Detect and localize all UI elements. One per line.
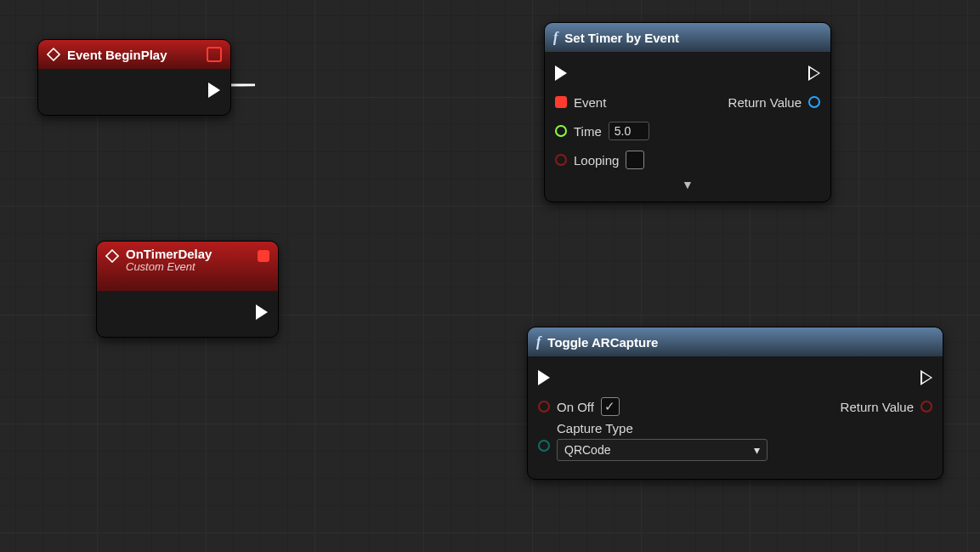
pin-label-time: Time <box>574 124 602 139</box>
node-title: Event BeginPlay <box>67 48 167 62</box>
return-value-pin[interactable] <box>921 401 932 413</box>
node-ontimerdelay[interactable]: OnTimerDelay Custom Event <box>96 241 279 338</box>
capturetype-value: QRCode <box>564 443 610 457</box>
node-set-timer-by-event[interactable]: f Set Timer by Event Event Return Value … <box>544 22 831 202</box>
expand-toggle[interactable]: ▼ <box>555 174 820 191</box>
node-title: Set Timer by Event <box>564 31 679 45</box>
node-event-beginplay[interactable]: Event BeginPlay <box>37 39 231 116</box>
event-in-pin[interactable] <box>555 96 567 108</box>
exec-in-pin[interactable] <box>538 370 550 385</box>
node-header[interactable]: OnTimerDelay Custom Event <box>97 242 278 291</box>
onoff-in-pin[interactable] <box>538 401 550 413</box>
node-title: Toggle ARCapture <box>547 335 658 350</box>
node-subtitle: Custom Event <box>126 261 212 274</box>
capturetype-in-pin[interactable] <box>538 440 550 452</box>
delegate-out-pin[interactable] <box>207 47 222 62</box>
exec-out-pin[interactable] <box>808 65 820 81</box>
node-toggle-arcapture[interactable]: f Toggle ARCapture On Off ✓ Return Value… <box>527 327 943 480</box>
function-icon: f <box>536 334 541 350</box>
pin-label-return: Return Value <box>728 95 802 110</box>
node-header[interactable]: f Toggle ARCapture <box>528 327 943 356</box>
looping-in-pin[interactable] <box>555 154 567 166</box>
pin-label-return: Return Value <box>841 400 914 414</box>
function-icon: f <box>553 30 558 45</box>
pin-label-capturetype: Capture Type <box>557 421 768 435</box>
capturetype-select[interactable]: QRCode ▾ <box>557 439 768 461</box>
chevron-down-icon: ▾ <box>754 443 760 457</box>
node-header[interactable]: f Set Timer by Event <box>545 23 830 52</box>
exec-in-pin[interactable] <box>555 65 567 81</box>
exec-out-pin[interactable] <box>208 83 220 98</box>
pin-label-looping: Looping <box>574 153 619 168</box>
pin-label-event: Event <box>574 95 606 110</box>
exec-out-pin[interactable] <box>921 370 932 385</box>
looping-checkbox[interactable] <box>626 151 644 169</box>
return-value-pin[interactable] <box>808 96 820 108</box>
time-input[interactable]: 5.0 <box>609 122 649 140</box>
delegate-out-pin[interactable] <box>258 250 269 262</box>
custom-event-icon <box>105 249 119 263</box>
node-header[interactable]: Event BeginPlay <box>38 40 230 69</box>
time-in-pin[interactable] <box>555 125 567 137</box>
exec-out-pin[interactable] <box>256 304 268 320</box>
pin-label-onoff: On Off <box>557 400 594 414</box>
event-icon <box>47 48 60 61</box>
node-title: OnTimerDelay <box>126 247 212 261</box>
onoff-checkbox[interactable]: ✓ <box>601 397 620 416</box>
